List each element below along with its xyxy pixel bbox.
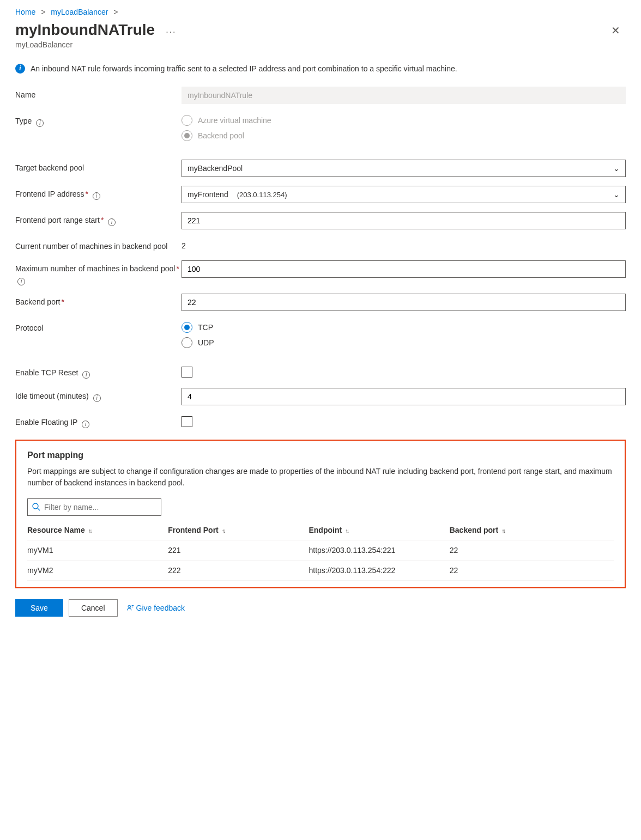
tcp-reset-checkbox[interactable] (182, 367, 192, 378)
breadcrumb-home[interactable]: Home (15, 8, 35, 16)
radio-icon (182, 337, 192, 348)
sort-icon: ↑↓ (501, 527, 504, 534)
name-input (182, 87, 626, 104)
cell-fport: 221 (168, 540, 309, 561)
radio-icon (182, 115, 192, 126)
table-row[interactable]: myVM2 222 https://203.0.113.254:222 22 (27, 561, 614, 581)
table-row[interactable]: myVM1 221 https://203.0.113.254:221 22 (27, 540, 614, 561)
cell-endpoint: https://203.0.113.254:221 (309, 540, 449, 561)
chevron-right-icon: > (113, 8, 118, 16)
port-start-input[interactable] (182, 212, 626, 229)
chevron-down-icon: ⌄ (613, 190, 620, 199)
col-header-endpoint[interactable]: Endpoint↑↓ (309, 521, 449, 540)
page-subtitle: myLoadBalancer (15, 40, 177, 49)
breadcrumb: Home > myLoadBalancer > (15, 8, 626, 16)
label-tcp-reset: Enable TCP Reset i (15, 364, 182, 379)
breadcrumb-parent[interactable]: myLoadBalancer (51, 8, 108, 16)
col-header-resource[interactable]: Resource Name↑↓ (27, 521, 168, 540)
label-frontend-ip: Frontend IP address* i (15, 186, 182, 200)
info-hint-icon[interactable]: i (93, 394, 101, 402)
col-header-backend-port[interactable]: Backend port↑↓ (450, 521, 614, 540)
port-mapping-section: Port mapping Port mappings are subject t… (15, 440, 626, 588)
info-hint-icon[interactable]: i (93, 192, 100, 200)
label-floating-ip: Enable Floating IP i (15, 414, 182, 428)
port-mapping-table: Resource Name↑↓ Frontend Port↑↓ Endpoint… (27, 521, 614, 581)
info-icon: i (15, 64, 25, 74)
svg-line-1 (38, 508, 40, 510)
max-machines-input[interactable] (182, 260, 626, 278)
radio-label-pool: Backend pool (198, 131, 244, 140)
radio-label-udp: UDP (198, 338, 214, 347)
radio-protocol-tcp[interactable]: TCP (182, 320, 626, 335)
frontend-ip-select[interactable]: myFrontend (203.0.113.254) ⌄ (182, 186, 626, 203)
col-header-frontend-port[interactable]: Frontend Port↑↓ (168, 521, 309, 540)
sort-icon: ↑↓ (88, 527, 91, 534)
label-type: Type i (15, 113, 182, 127)
sort-icon: ↑↓ (345, 527, 348, 534)
radio-icon (182, 322, 192, 333)
info-hint-icon[interactable]: i (108, 218, 116, 226)
info-hint-icon[interactable]: i (36, 119, 44, 127)
backend-port-input[interactable] (182, 294, 626, 311)
port-mapping-filter-input[interactable] (27, 498, 161, 516)
label-protocol: Protocol (15, 320, 182, 334)
more-actions-icon[interactable]: ··· (166, 27, 176, 37)
cell-resource: myVM2 (27, 561, 168, 581)
idle-timeout-input[interactable] (182, 388, 626, 405)
save-button[interactable]: Save (15, 599, 63, 617)
chevron-right-icon: > (41, 8, 45, 16)
cell-fport: 222 (168, 561, 309, 581)
give-feedback-link[interactable]: Give feedback (126, 604, 185, 612)
chevron-down-icon: ⌄ (613, 164, 620, 173)
current-machines-value: 2 (182, 238, 626, 250)
info-banner: i An inbound NAT rule forwards incoming … (15, 63, 626, 75)
cell-bport: 22 (450, 540, 614, 561)
close-icon[interactable]: ✕ (606, 21, 626, 40)
feedback-icon (126, 604, 134, 612)
frontend-ip-detail: (203.0.113.254) (237, 191, 287, 199)
info-hint-icon[interactable]: i (82, 371, 90, 379)
cell-resource: myVM1 (27, 540, 168, 561)
search-icon (32, 502, 40, 513)
radio-icon (182, 130, 192, 141)
port-mapping-title: Port mapping (27, 451, 614, 460)
label-max-machines: Maximum number of machines in backend po… (15, 260, 182, 285)
sort-icon: ↑↓ (222, 527, 225, 534)
info-hint-icon[interactable]: i (17, 278, 25, 285)
radio-label-vm: Azure virtual machine (198, 116, 271, 125)
info-text: An inbound NAT rule forwards incoming tr… (31, 63, 457, 75)
label-idle-timeout: Idle timeout (minutes) i (15, 388, 182, 402)
cell-endpoint: https://203.0.113.254:222 (309, 561, 449, 581)
radio-label-tcp: TCP (198, 323, 213, 332)
cancel-button[interactable]: Cancel (69, 599, 118, 617)
port-mapping-subtitle: Port mappings are subject to change if c… (27, 466, 614, 489)
label-current-machines: Current number of machines in backend po… (15, 238, 182, 252)
target-pool-select[interactable]: myBackendPool ⌄ (182, 160, 626, 177)
radio-type-vm: Azure virtual machine (182, 113, 626, 128)
svg-point-0 (33, 503, 38, 509)
label-backend-port: Backend port* (15, 294, 182, 308)
page-title: myInboundNATrule (15, 21, 155, 39)
label-target-pool: Target backend pool (15, 160, 182, 174)
floating-ip-checkbox[interactable] (182, 416, 192, 427)
cell-bport: 22 (450, 561, 614, 581)
info-hint-icon[interactable]: i (82, 421, 89, 428)
label-port-start: Frontend port range start* i (15, 212, 182, 226)
svg-point-2 (128, 606, 130, 608)
radio-protocol-udp[interactable]: UDP (182, 335, 626, 350)
label-name: Name (15, 87, 182, 101)
radio-type-pool: Backend pool (182, 128, 626, 143)
frontend-ip-value: myFrontend (188, 190, 228, 199)
target-pool-value: myBackendPool (188, 164, 243, 173)
feedback-label: Give feedback (136, 604, 185, 612)
